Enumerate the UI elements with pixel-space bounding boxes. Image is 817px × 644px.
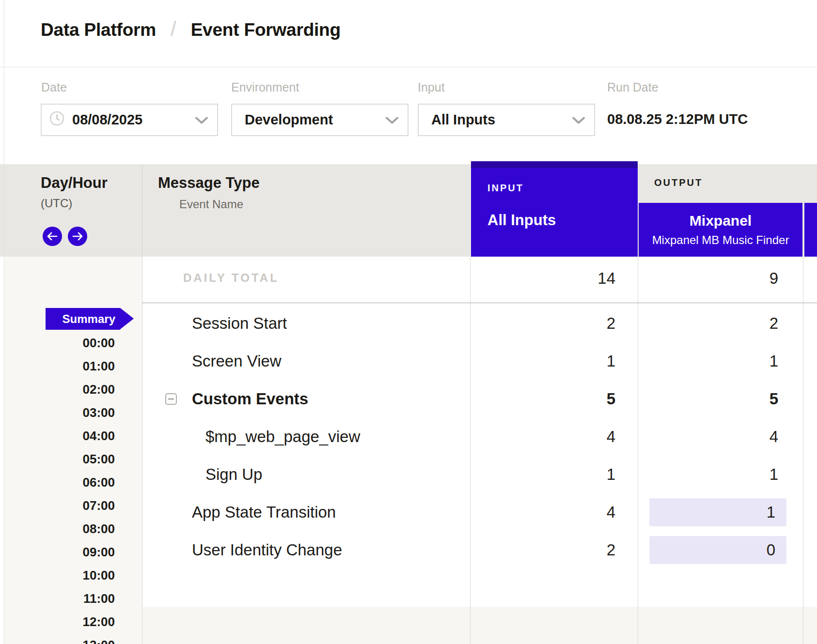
input-count: 2 bbox=[607, 314, 615, 333]
table-row: App State Transition 4 1 bbox=[142, 493, 817, 531]
input-count: 4 bbox=[607, 428, 615, 446]
daily-total-output-value: 9 bbox=[770, 269, 778, 288]
input-column-header: INPUT All Inputs bbox=[471, 161, 638, 257]
daily-total-input-value: 14 bbox=[597, 269, 615, 288]
table-row: Screen View 1 1 bbox=[142, 342, 817, 380]
output-count: 0 bbox=[767, 541, 775, 559]
table-row: Session Start 2 2 bbox=[142, 305, 817, 342]
input-select[interactable]: All Inputs bbox=[418, 104, 595, 136]
next-day-button[interactable] bbox=[68, 227, 87, 246]
environment-select[interactable]: Development bbox=[231, 104, 408, 136]
input-value: All Inputs bbox=[431, 112, 495, 128]
output-column-subtitle: Mixpanel MB Music Finder bbox=[652, 233, 789, 247]
daily-total-divider bbox=[142, 303, 817, 303]
run-date-value: 08.08.25 2:12PM UTC bbox=[607, 111, 748, 127]
hour-item[interactable]: 05:00 bbox=[48, 450, 115, 468]
date-filter-label: Date bbox=[41, 80, 67, 94]
date-picker[interactable]: 08/08/2025 bbox=[41, 104, 218, 136]
input-header-accent bbox=[471, 161, 638, 168]
environment-value: Development bbox=[245, 112, 333, 128]
input-section-label: INPUT bbox=[487, 183, 524, 194]
input-count: 4 bbox=[607, 503, 615, 521]
output-column-header: Mixpanel Mixpanel MB Music Finder bbox=[639, 203, 802, 257]
date-value: 08/08/2025 bbox=[72, 112, 142, 128]
page-left-divider bbox=[4, 0, 4, 644]
event-name: Sign Up bbox=[205, 465, 262, 484]
input-count: 2 bbox=[607, 541, 615, 559]
hour-item[interactable]: 07:00 bbox=[48, 497, 115, 514]
breadcrumb-page: Event Forwarding bbox=[191, 20, 341, 40]
hour-item[interactable]: 02:00 bbox=[48, 381, 115, 398]
message-type-title: Message Type bbox=[158, 174, 260, 192]
table-row: $mp_web_page_view 4 4 bbox=[142, 418, 817, 456]
table-row: Custom Events 5 5 bbox=[142, 380, 817, 418]
clock-icon bbox=[49, 111, 64, 129]
hour-item[interactable]: 11:00 bbox=[48, 590, 115, 607]
run-date-label: Run Date bbox=[607, 80, 659, 94]
previous-day-button[interactable] bbox=[43, 227, 62, 246]
input-count: 1 bbox=[607, 352, 615, 370]
hour-item[interactable]: 12:00 bbox=[48, 613, 115, 630]
chevron-down-icon bbox=[195, 112, 208, 128]
input-count: 5 bbox=[607, 390, 615, 408]
event-name: Screen View bbox=[192, 352, 282, 370]
event-name: User Identity Change bbox=[192, 541, 342, 559]
output-column-title: Mixpanel bbox=[690, 213, 752, 229]
input-column-title: All Inputs bbox=[487, 212, 556, 229]
day-hour-title: Day/Hour bbox=[41, 174, 108, 192]
environment-filter-label: Environment bbox=[231, 80, 299, 94]
hour-item[interactable]: 13:00 bbox=[48, 636, 115, 644]
top-bar: Data Platform / Event Forwarding bbox=[0, 0, 817, 67]
highlighted-cell bbox=[649, 498, 786, 526]
output-count: 1 bbox=[770, 465, 778, 484]
table-row: User Identity Change 2 0 bbox=[142, 531, 817, 569]
summary-tab[interactable]: Summary bbox=[46, 308, 120, 330]
collapse-icon[interactable] bbox=[165, 393, 177, 405]
output-count: 4 bbox=[770, 428, 778, 446]
daily-total-label: DAILY TOTAL bbox=[183, 271, 279, 285]
highlighted-cell bbox=[649, 536, 786, 564]
hour-item[interactable]: 00:00 bbox=[48, 334, 115, 352]
hour-item[interactable]: 06:00 bbox=[48, 474, 115, 491]
output-count: 1 bbox=[770, 352, 778, 370]
output-section-label: OUTPUT bbox=[654, 177, 703, 188]
hour-item[interactable]: 04:00 bbox=[48, 427, 115, 445]
event-name: Session Start bbox=[192, 314, 287, 333]
output-count: 1 bbox=[767, 503, 775, 521]
chevron-down-icon bbox=[572, 112, 585, 128]
output-count: 5 bbox=[770, 390, 778, 408]
hour-item[interactable]: 10:00 bbox=[48, 567, 115, 584]
message-type-subtitle: Event Name bbox=[179, 198, 243, 211]
event-name: Custom Events bbox=[192, 390, 308, 408]
hour-item[interactable]: 03:00 bbox=[48, 404, 115, 421]
table-footer-background bbox=[142, 607, 817, 644]
chevron-down-icon bbox=[385, 112, 399, 128]
day-hour-subtitle: (UTC) bbox=[41, 197, 72, 210]
hour-item[interactable]: 09:00 bbox=[48, 543, 115, 561]
hour-item[interactable]: 01:00 bbox=[48, 357, 115, 375]
input-count: 1 bbox=[607, 465, 615, 484]
breadcrumb: Data Platform / Event Forwarding bbox=[41, 18, 341, 42]
breadcrumb-section[interactable]: Data Platform bbox=[41, 20, 156, 40]
next-output-column-partial bbox=[804, 203, 817, 257]
event-name: $mp_web_page_view bbox=[205, 428, 360, 446]
event-name: App State Transition bbox=[192, 503, 336, 521]
breadcrumb-separator: / bbox=[171, 17, 176, 41]
table-row: Sign Up 1 1 bbox=[142, 456, 817, 493]
input-filter-label: Input bbox=[418, 80, 445, 94]
output-count: 2 bbox=[770, 314, 778, 333]
hour-item[interactable]: 08:00 bbox=[48, 520, 115, 537]
